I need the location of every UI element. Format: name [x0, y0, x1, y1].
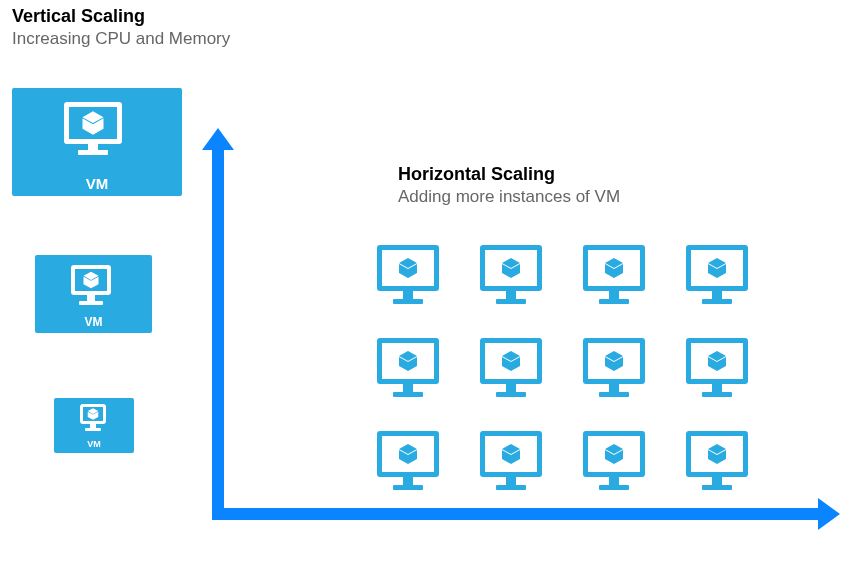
vm-label: VM	[87, 439, 101, 449]
cube-icon	[79, 109, 107, 137]
vm-instance	[473, 416, 548, 491]
cube-icon	[499, 442, 523, 466]
vm-instance	[679, 416, 754, 491]
vertical-title: Vertical Scaling	[12, 6, 230, 27]
vm-box-medium: VM	[35, 255, 152, 333]
horizontal-axis-arrow	[212, 508, 820, 520]
monitor-icon	[583, 245, 645, 291]
monitor-icon	[583, 431, 645, 477]
vm-instance-grid	[370, 230, 754, 491]
cube-icon	[602, 256, 626, 280]
monitor-icon	[686, 245, 748, 291]
cube-icon	[86, 407, 100, 421]
vm-instance	[576, 323, 651, 398]
vm-instance	[576, 230, 651, 305]
vm-instance	[370, 230, 445, 305]
cube-icon	[602, 442, 626, 466]
vertical-scaling-header: Vertical Scaling Increasing CPU and Memo…	[12, 6, 230, 49]
vm-instance	[576, 416, 651, 491]
cube-icon	[705, 349, 729, 373]
cube-icon	[396, 442, 420, 466]
monitor-icon	[480, 245, 542, 291]
cube-icon	[396, 256, 420, 280]
monitor-icon	[71, 265, 111, 295]
vm-instance	[370, 416, 445, 491]
horizontal-title: Horizontal Scaling	[398, 164, 620, 185]
vm-box-small: VM	[54, 398, 134, 453]
cube-icon	[705, 442, 729, 466]
monitor-icon	[377, 245, 439, 291]
vm-instance	[473, 230, 548, 305]
cube-icon	[705, 256, 729, 280]
vm-label: VM	[86, 175, 109, 192]
horizontal-scaling-header: Horizontal Scaling Adding more instances…	[398, 164, 620, 207]
monitor-icon	[80, 404, 106, 424]
monitor-icon	[377, 431, 439, 477]
cube-icon	[602, 349, 626, 373]
monitor-icon	[64, 102, 122, 144]
horizontal-subtitle: Adding more instances of VM	[398, 187, 620, 207]
cube-icon	[499, 256, 523, 280]
vm-instance	[679, 323, 754, 398]
monitor-icon	[480, 431, 542, 477]
monitor-icon	[377, 338, 439, 384]
cube-icon	[81, 270, 101, 290]
vertical-axis-arrow	[212, 148, 224, 508]
vm-label: VM	[85, 315, 103, 329]
vertical-subtitle: Increasing CPU and Memory	[12, 29, 230, 49]
vm-instance	[473, 323, 548, 398]
monitor-icon	[686, 338, 748, 384]
monitor-icon	[686, 431, 748, 477]
cube-icon	[499, 349, 523, 373]
vm-instance	[370, 323, 445, 398]
vm-box-large: VM	[12, 88, 182, 196]
cube-icon	[396, 349, 420, 373]
monitor-icon	[480, 338, 542, 384]
monitor-icon	[583, 338, 645, 384]
vm-instance	[679, 230, 754, 305]
